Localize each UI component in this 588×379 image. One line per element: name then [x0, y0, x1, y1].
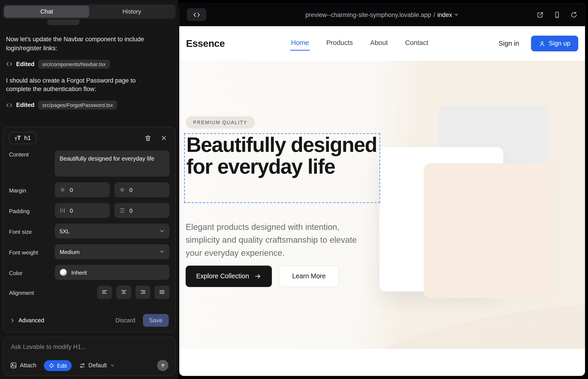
edit-label: Edit [57, 362, 66, 369]
content-row: Content Beautifully designed for everyda… [9, 151, 170, 177]
attach-label: Attach [20, 362, 36, 369]
nav-link-home[interactable]: Home [290, 36, 310, 50]
code-view-toggle[interactable] [187, 8, 206, 21]
open-external-icon[interactable] [537, 11, 544, 18]
nav-link-contact[interactable]: Contact [404, 36, 429, 50]
prompt-input[interactable] [9, 343, 170, 351]
prompt-composer: Attach Edit Default [3, 337, 175, 376]
hero-paragraph[interactable]: Elegant products designed with intention… [186, 221, 370, 259]
align-justify-button[interactable] [155, 285, 170, 299]
edit-mode-button[interactable]: Edit [44, 360, 72, 371]
font-weight-select[interactable]: Medium [55, 244, 170, 259]
chat-message: Now let's update the Navbar component to… [6, 35, 157, 53]
margin-label: Margin [9, 186, 55, 193]
truncated-badge [47, 19, 79, 25]
alignment-row: Alignment [9, 285, 170, 299]
file-chip[interactable]: src/pages/ForgotPassword.tsx [38, 100, 117, 110]
font-size-label: Font size [9, 228, 55, 235]
image-icon [10, 362, 17, 369]
margin-vertical-input[interactable]: 0 [55, 182, 110, 197]
refresh-icon[interactable] [570, 11, 577, 18]
padding-vertical-input[interactable]: 0 [55, 203, 110, 218]
discard-button[interactable]: Discard [116, 317, 135, 324]
preview-topbar: preview--charming-site-symphony.lovable.… [179, 3, 585, 26]
app-root: Chat History Now let's update the Navbar… [0, 0, 588, 379]
sign-up-button[interactable]: Sign up [531, 35, 578, 51]
margin-horizontal-input[interactable]: 0 [114, 182, 170, 197]
color-value: Inherit [71, 269, 87, 276]
padding-vertical-icon [60, 207, 66, 213]
edited-file-row: Edited src/components/Navbar.tsx [6, 59, 172, 68]
advanced-toggle[interactable]: Advanced [10, 317, 44, 324]
explore-collection-button[interactable]: Explore Collection [186, 266, 272, 287]
element-tag-label: h1 [24, 135, 31, 141]
content-label: Content [9, 151, 55, 158]
padding-row: Padding 0 0 [9, 203, 170, 218]
site-preview: Essence Home Products About Contact Sign… [179, 26, 585, 376]
send-button[interactable] [157, 360, 168, 371]
tab-chat[interactable]: Chat [4, 6, 89, 18]
color-label: Color [9, 269, 55, 276]
site-logo[interactable]: Essence [186, 38, 225, 49]
advanced-label: Advanced [18, 317, 44, 324]
target-icon [49, 363, 54, 368]
margin-vertical-icon [60, 187, 66, 193]
arrow-right-icon [254, 273, 262, 280]
padding-horizontal-input[interactable]: 0 [114, 203, 170, 218]
font-weight-row: Font weight Medium [9, 244, 170, 259]
element-editor-panel: TT h1 Content Beautifully designed for e… [3, 127, 175, 332]
align-right-button[interactable] [135, 285, 150, 299]
learn-more-button[interactable]: Learn More [279, 266, 339, 287]
preview-url: preview--charming-site-symphony.lovable.… [306, 11, 431, 18]
url-separator: / [433, 11, 435, 18]
premium-quality-badge: PREMIUM QUALITY [186, 116, 255, 129]
font-weight-value: Medium [60, 249, 79, 255]
color-picker[interactable]: Inherit [55, 265, 170, 280]
preview-panel: preview--charming-site-symphony.lovable.… [178, 0, 588, 379]
selected-element-pill[interactable]: TT h1 [9, 132, 36, 144]
align-center-button[interactable] [116, 285, 131, 299]
close-icon[interactable] [160, 135, 167, 141]
save-button[interactable]: Save [143, 314, 169, 327]
panel-tabs: Chat History [3, 5, 175, 19]
margin-vertical-value: 0 [70, 187, 73, 193]
site-navbar: Essence Home Products About Contact Sign… [179, 26, 585, 61]
url-bar: preview--charming-site-symphony.lovable.… [179, 11, 585, 18]
file-chip[interactable]: src/components/Navbar.tsx [38, 59, 110, 68]
code-icon [6, 102, 12, 108]
model-label: Default [89, 362, 107, 369]
hero-cta-group: Explore Collection Learn More [186, 266, 338, 287]
mobile-view-icon[interactable] [554, 11, 561, 18]
model-selector[interactable]: Default [79, 362, 115, 369]
margin-row: Margin 0 0 [9, 182, 170, 197]
attach-button[interactable]: Attach [10, 362, 36, 369]
sign-in-link[interactable]: Sign in [498, 40, 519, 47]
site-nav-links: Home Products About Contact [290, 26, 429, 61]
chat-panel: Chat History Now let's update the Navbar… [0, 0, 178, 379]
content-textarea[interactable]: Beautifully designed for everyday life [55, 151, 170, 177]
align-left-button[interactable] [97, 285, 112, 299]
chevron-down-icon [159, 228, 165, 234]
preview-window: preview--charming-site-symphony.lovable.… [179, 3, 585, 376]
chevron-right-icon [10, 318, 15, 323]
padding-horizontal-value: 0 [129, 207, 133, 214]
edited-label: Edited [16, 61, 34, 67]
page-name: index [437, 11, 452, 18]
typography-icon: TT [15, 135, 21, 141]
color-swatch [60, 269, 67, 276]
page-selector[interactable]: index [437, 11, 459, 18]
selection-outline: Beautifully designed for everyday life [184, 133, 380, 203]
color-row: Color Inherit [9, 265, 170, 280]
nav-link-products[interactable]: Products [325, 36, 354, 50]
margin-horizontal-icon [119, 187, 125, 193]
delete-element-button[interactable] [144, 134, 152, 142]
tab-history[interactable]: History [89, 6, 174, 18]
padding-vertical-value: 0 [70, 207, 73, 214]
font-size-select[interactable]: 5XL [55, 224, 170, 238]
nav-link-about[interactable]: About [370, 36, 388, 50]
padding-label: Padding [9, 207, 55, 214]
margin-horizontal-value: 0 [129, 187, 133, 193]
hero-headline[interactable]: Beautifully designed for everyday life [186, 134, 380, 178]
chevron-down-icon [159, 249, 165, 255]
chat-scroll-area[interactable]: Now let's update the Navbar component to… [6, 19, 172, 123]
